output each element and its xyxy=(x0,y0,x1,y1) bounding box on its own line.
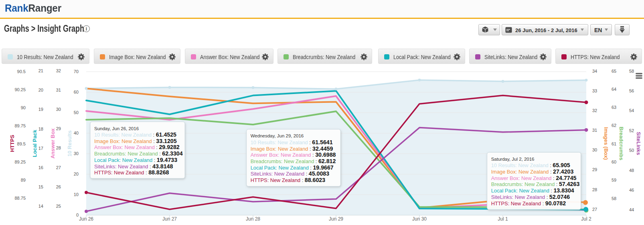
svg-text:89: 89 xyxy=(21,178,26,182)
svg-text:59: 59 xyxy=(612,178,616,182)
svg-text:10 Results: New Zealand : 61.5: 10 Results: New Zealand : 61.5641 xyxy=(251,139,333,145)
svg-text:Local Pack: New Zealand : 13.8: Local Pack: New Zealand : 13.8304 xyxy=(491,187,574,194)
svg-text:Breadcrumbs: New Zealand : 57.: Breadcrumbs: New Zealand : 57.4263 xyxy=(491,181,580,187)
svg-text:HTTPS: New Zealand : 88.6023: HTTPS: New Zealand : 88.6023 xyxy=(251,177,326,183)
svg-text:SiteLinks: New Zealand : 52.07: SiteLinks: New Zealand : 52.0746 xyxy=(491,194,570,200)
svg-text:28: 28 xyxy=(592,187,597,192)
svg-text:32: 32 xyxy=(56,68,61,73)
svg-text:SiteLinks: New Zealand : 43.81: SiteLinks: New Zealand : 43.8148 xyxy=(94,163,173,170)
svg-text:10 Results: 10 Results xyxy=(67,130,73,156)
svg-text:31: 31 xyxy=(592,128,597,133)
svg-text:Breadcrumbs: New Zealand : 62.: Breadcrumbs: New Zealand : 62.812 xyxy=(251,158,336,164)
svg-text:34: 34 xyxy=(592,69,597,74)
svg-text:31: 31 xyxy=(56,88,61,92)
svg-text:50: 50 xyxy=(629,148,634,153)
svg-text:63: 63 xyxy=(612,105,616,110)
svg-text:Jul 1: Jul 1 xyxy=(498,216,508,222)
svg-text:Saturday, Jul 2, 2016: Saturday, Jul 2, 2016 xyxy=(491,157,535,162)
svg-text:Image Box: New Zealand : 27.42: Image Box: New Zealand : 27.4203 xyxy=(491,168,574,175)
svg-text:Jun 27: Jun 27 xyxy=(162,216,177,222)
svg-text:HTTPS: New Zealand : 88.8268: HTTPS: New Zealand : 88.8268 xyxy=(94,169,169,176)
svg-text:21: 21 xyxy=(38,68,43,73)
svg-text:56: 56 xyxy=(629,88,634,93)
svg-text:SiteLinks: SiteLinks xyxy=(636,132,642,155)
svg-text:Local Pack: New Zealand : 19.9: Local Pack: New Zealand : 19.9667 xyxy=(251,164,334,171)
svg-text:61: 61 xyxy=(612,141,616,146)
svg-text:33: 33 xyxy=(592,88,597,93)
svg-text:SiteLinks: New Zealand : 45.00: SiteLinks: New Zealand : 45.0083 xyxy=(251,170,330,177)
svg-text:Answer Box: New Zealand : 24.7: Answer Box: New Zealand : 24.7745 xyxy=(491,175,577,181)
svg-text:26: 26 xyxy=(56,184,61,189)
svg-text:44: 44 xyxy=(629,207,634,212)
svg-text:10 Results: New Zealand : 61.4: 10 Results: New Zealand : 61.4525 xyxy=(94,131,176,138)
svg-text:Local Pack: Local Pack xyxy=(32,129,38,157)
svg-text:Breadcrumbs: New Zealand : 62.: Breadcrumbs: New Zealand : 62.3304 xyxy=(94,150,183,157)
svg-text:58: 58 xyxy=(629,69,634,74)
svg-text:0: 0 xyxy=(76,213,79,217)
svg-text:65: 65 xyxy=(612,69,616,74)
svg-text:Sunday, Jun 26, 2016: Sunday, Jun 26, 2016 xyxy=(94,126,139,131)
svg-text:HTTPS: HTTPS xyxy=(9,135,15,152)
svg-text:62: 62 xyxy=(612,123,616,128)
svg-text:64: 64 xyxy=(612,87,616,92)
svg-text:Breadcrumbs: Breadcrumbs xyxy=(618,127,624,160)
svg-text:19: 19 xyxy=(38,107,43,112)
svg-text:17: 17 xyxy=(38,146,43,151)
svg-text:Jul 2: Jul 2 xyxy=(581,216,591,222)
svg-text:Jun 26: Jun 26 xyxy=(79,216,93,222)
svg-text:32: 32 xyxy=(592,108,597,113)
svg-text:30: 30 xyxy=(592,147,597,152)
svg-text:20: 20 xyxy=(38,88,43,92)
svg-text:Local Pack: New Zealand : 19.4: Local Pack: New Zealand : 19.4733 xyxy=(94,157,177,163)
svg-text:52: 52 xyxy=(629,128,634,133)
svg-text:15: 15 xyxy=(38,184,43,189)
svg-text:60: 60 xyxy=(74,90,79,94)
svg-text:90.25: 90.25 xyxy=(14,87,26,92)
svg-text:50: 50 xyxy=(74,110,79,115)
svg-text:25: 25 xyxy=(56,204,61,209)
svg-text:Image Box: New Zealand : 33.12: Image Box: New Zealand : 33.1205 xyxy=(94,138,177,144)
svg-text:60: 60 xyxy=(612,160,616,164)
svg-text:Jun 30: Jun 30 xyxy=(412,216,427,222)
svg-text:10: 10 xyxy=(74,192,79,197)
svg-text:16: 16 xyxy=(38,165,43,170)
svg-text:88.75: 88.75 xyxy=(14,196,26,200)
svg-text:70: 70 xyxy=(74,69,79,74)
svg-text:58: 58 xyxy=(612,196,616,201)
svg-text:Answer Box: Answer Box xyxy=(50,128,56,159)
svg-text:29: 29 xyxy=(56,126,61,131)
svg-text:Jun 28: Jun 28 xyxy=(246,216,260,222)
svg-text:Images (Box): Images (Box) xyxy=(603,127,609,160)
svg-text:90: 90 xyxy=(21,105,26,110)
svg-text:20: 20 xyxy=(74,172,79,176)
svg-text:89.5: 89.5 xyxy=(17,141,26,146)
svg-text:89.25: 89.25 xyxy=(14,160,26,164)
svg-text:27: 27 xyxy=(592,207,597,212)
svg-text:10 Results: New Zealand : 65.9: 10 Results: New Zealand : 65.905 xyxy=(491,162,570,168)
svg-text:Image Box: New Zealand : 32.44: Image Box: New Zealand : 32.4459 xyxy=(251,145,333,152)
svg-text:Answer Box: New Zealand : 30.6: Answer Box: New Zealand : 30.6988 xyxy=(251,151,336,158)
svg-text:28: 28 xyxy=(56,145,61,150)
svg-text:90.5: 90.5 xyxy=(17,69,26,74)
svg-text:27: 27 xyxy=(56,165,61,170)
svg-text:40: 40 xyxy=(74,131,79,135)
svg-text:89.75: 89.75 xyxy=(14,123,26,128)
svg-text:14: 14 xyxy=(38,204,43,209)
svg-text:30: 30 xyxy=(74,151,79,156)
svg-text:Answer Box: New Zealand : 29.9: Answer Box: New Zealand : 29.9282 xyxy=(94,144,180,150)
svg-text:Wednesday, Jun 29, 2016: Wednesday, Jun 29, 2016 xyxy=(251,133,304,138)
svg-text:29: 29 xyxy=(592,167,597,172)
svg-text:HTTPS: New Zealand : 90.0782: HTTPS: New Zealand : 90.0782 xyxy=(491,200,566,207)
svg-text:Jun 29: Jun 29 xyxy=(329,216,343,222)
svg-text:48: 48 xyxy=(629,168,634,173)
svg-text:46: 46 xyxy=(629,188,634,192)
svg-text:30: 30 xyxy=(56,107,61,112)
svg-text:18: 18 xyxy=(38,127,43,131)
svg-text:54: 54 xyxy=(629,108,634,113)
